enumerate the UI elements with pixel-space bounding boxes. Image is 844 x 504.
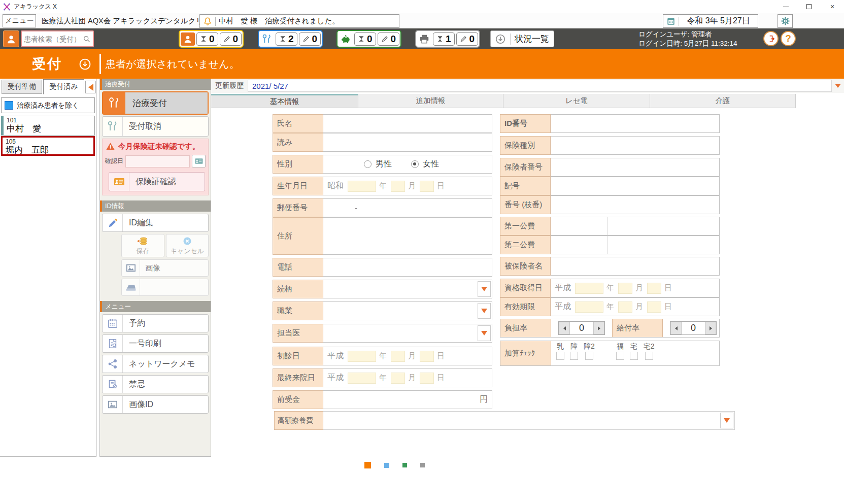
deposit-input[interactable]: 円 — [323, 390, 492, 409]
hourglass-icon — [279, 35, 286, 43]
high-cost-dropdown-button[interactable] — [720, 413, 733, 428]
counter-payment[interactable]: 0 0 — [336, 30, 401, 48]
expiry-year-input[interactable] — [575, 301, 603, 313]
reception-cancel-button[interactable]: 受付取消 — [102, 116, 209, 137]
insurance-type-input[interactable] — [551, 136, 720, 155]
scanner-button[interactable] — [121, 279, 209, 296]
filter-checkbox[interactable] — [5, 101, 13, 110]
expiry-day-input[interactable] — [647, 301, 661, 313]
menu-item-reserve[interactable]: 予約 — [102, 314, 209, 332]
insurer-number-input[interactable] — [551, 158, 720, 177]
image-button[interactable]: 画像 — [121, 259, 209, 277]
cancel-button[interactable]: キャンセル — [166, 234, 209, 257]
search-input[interactable] — [24, 35, 83, 43]
doctor-dropdown-button[interactable] — [478, 325, 491, 341]
insurance-check-button[interactable]: 保険証確認 — [109, 172, 205, 191]
postal-input[interactable]: - — [323, 198, 492, 217]
address-input[interactable] — [323, 217, 492, 255]
first-visit-year-input[interactable] — [348, 351, 376, 362]
counter-print[interactable]: 1 0 — [415, 30, 480, 48]
id-number-input[interactable] — [551, 114, 720, 133]
relation-select[interactable] — [323, 280, 492, 298]
burden-rate-stepper[interactable]: 0 — [558, 321, 605, 335]
sidebar-collapse-button[interactable] — [85, 81, 96, 93]
patient-search-button[interactable] — [3, 30, 19, 47]
doctor-select[interactable] — [323, 324, 492, 343]
qualification-month-input[interactable] — [618, 283, 632, 294]
radio-male[interactable] — [364, 160, 372, 168]
decrement-button[interactable] — [559, 322, 570, 334]
checkbox-welfare[interactable] — [616, 352, 624, 360]
tab-reception-ready[interactable]: 受付準備 — [2, 80, 42, 94]
increment-button[interactable] — [593, 322, 604, 334]
decrement-button[interactable] — [670, 322, 682, 334]
banner-down-icon[interactable] — [79, 58, 91, 71]
tab-reception-done[interactable]: 受付済み — [43, 79, 84, 94]
confirm-date-input[interactable] — [125, 155, 190, 167]
first-visit-day-input[interactable] — [420, 351, 434, 362]
birth-year-input[interactable] — [348, 181, 376, 192]
hourglass-icon — [436, 35, 444, 43]
filter-treated-patients[interactable]: 治療済み患者を除く — [1, 97, 95, 113]
checkbox-infant[interactable] — [556, 352, 564, 360]
checkbox-disability[interactable] — [570, 352, 578, 360]
last-visit-year-input[interactable] — [348, 373, 376, 384]
status-list-button[interactable]: 状況一覧 — [490, 30, 554, 47]
last-visit-day-input[interactable] — [420, 373, 434, 384]
save-button[interactable]: 保存 — [121, 234, 164, 257]
menu-item-network-memo[interactable]: ネットワークメモ — [102, 355, 209, 373]
checkbox-home2[interactable] — [645, 352, 653, 360]
menu-button[interactable]: メニュー — [3, 14, 36, 27]
number-branch-input[interactable] — [551, 195, 720, 214]
minimize-button[interactable] — [774, 0, 797, 13]
history-dropdown-button[interactable] — [832, 84, 844, 88]
image-icon — [103, 396, 123, 413]
high-cost-select[interactable] — [323, 411, 735, 430]
maximize-button[interactable] — [797, 0, 821, 13]
last-visit-month-input[interactable] — [391, 373, 405, 384]
qualification-day-input[interactable] — [647, 283, 661, 294]
benefit-rate-stepper[interactable]: 0 — [670, 321, 717, 335]
radio-female[interactable] — [411, 160, 419, 168]
patient-list-item-selected[interactable]: 105 堀内 五郎 — [1, 136, 95, 156]
public-expense-1-input[interactable] — [551, 217, 720, 236]
chevron-down-icon — [724, 418, 730, 423]
tab-care[interactable]: 介護 — [650, 94, 796, 108]
symbol-input[interactable] — [551, 177, 720, 195]
kana-input[interactable] — [323, 133, 492, 152]
tab-basic-info[interactable]: 基本情報 — [211, 94, 358, 108]
qualification-year-input[interactable] — [575, 283, 603, 294]
menu-item-print-form1[interactable]: 一号印刷 — [102, 334, 209, 353]
phone-input[interactable] — [323, 258, 492, 277]
increment-button[interactable] — [705, 322, 716, 334]
birth-day-input[interactable] — [420, 181, 434, 192]
counter-patient[interactable]: 0 0 — [179, 30, 244, 48]
name-input[interactable] — [323, 114, 492, 133]
settings-button[interactable] — [778, 14, 793, 28]
insured-name-input[interactable] — [551, 257, 720, 276]
tab-additional-info[interactable]: 追加情報 — [358, 94, 503, 108]
expiry-month-input[interactable] — [618, 301, 632, 313]
relation-dropdown-button[interactable] — [478, 281, 491, 297]
update-history-field[interactable]: 2021/ 5/27 — [248, 80, 832, 92]
date-selector[interactable]: 令和 3年 5月27日 — [663, 14, 758, 28]
birth-month-input[interactable] — [391, 181, 405, 192]
menu-item-image-id[interactable]: 画像ID — [102, 395, 209, 414]
public-expense-2-input[interactable] — [551, 236, 720, 254]
checkbox-disability2[interactable] — [585, 352, 593, 360]
search-box[interactable] — [21, 30, 94, 47]
id-edit-button[interactable]: ID編集 — [102, 214, 209, 232]
first-visit-month-input[interactable] — [391, 351, 405, 362]
treatment-reception-button[interactable]: 治療受付 — [102, 91, 209, 115]
help-button[interactable]: ? — [781, 31, 796, 46]
occupation-dropdown-button[interactable] — [478, 303, 491, 319]
occupation-select[interactable] — [323, 301, 492, 320]
checkbox-home[interactable] — [630, 352, 638, 360]
insurance-card-scan-button[interactable] — [192, 155, 206, 167]
tab-receipt[interactable]: レセ電 — [503, 94, 650, 108]
close-button[interactable]: × — [821, 0, 844, 13]
menu-item-contraindication[interactable]: 禁忌 — [102, 375, 209, 393]
logout-button[interactable] — [763, 31, 779, 46]
patient-list-item[interactable]: 101 中村 愛 — [1, 116, 95, 136]
counter-treatment[interactable]: 2 0 — [258, 30, 323, 48]
